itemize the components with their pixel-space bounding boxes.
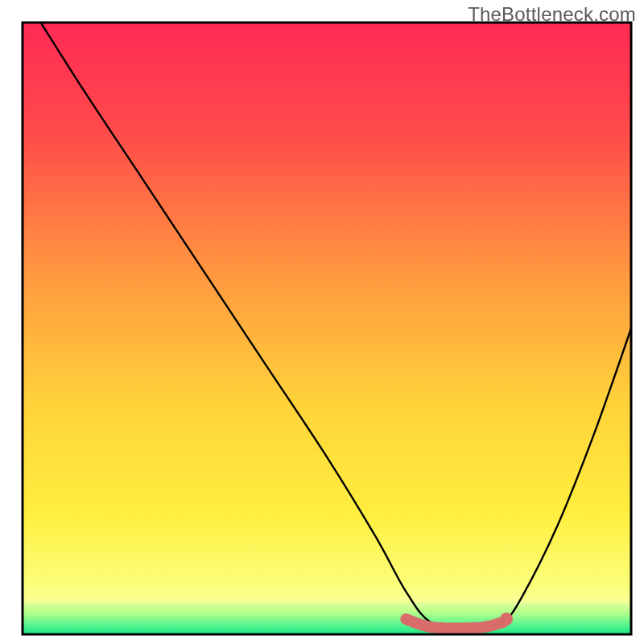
green-band [23, 602, 631, 634]
plot-area [23, 23, 631, 634]
bottleneck-chart [0, 0, 644, 644]
watermark-text: TheBottleneck.com [468, 3, 636, 26]
optimum-end-dot [500, 613, 513, 625]
gradient-background [23, 23, 631, 634]
chart-stage: TheBottleneck.com [0, 0, 644, 644]
